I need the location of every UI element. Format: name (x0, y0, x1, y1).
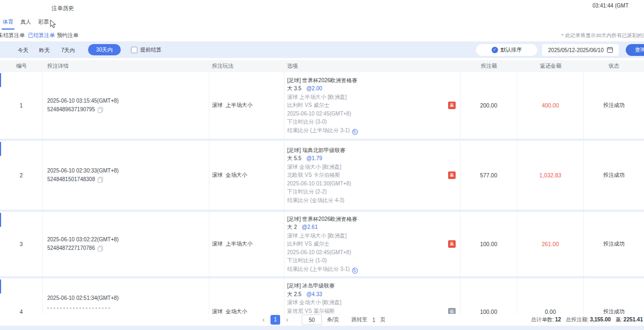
copy-icon[interactable] (98, 246, 103, 251)
copy-icon[interactable] (98, 107, 103, 112)
odds: @1.79 (306, 155, 323, 161)
tab-live-casino[interactable]: 真人 (20, 18, 31, 26)
total-stake: 总投注额:3,155.00 (566, 316, 611, 324)
bet-detail-cell: 2025-06-10 03:15:45(GMT+8) 5248489637190… (43, 72, 209, 139)
table-row: 2 2025-06-10 02:30:33(GMT+8) 52484815017… (0, 141, 644, 210)
row-number: 2 (0, 141, 43, 210)
replay-icon[interactable]: ↻ (352, 268, 358, 274)
stake-cell: 577.00 (460, 141, 517, 210)
table-row: 3 2025-06-10 03:02:22(GMT+8) 52484872271… (0, 212, 644, 276)
teams: 比利时 VS 威尔士 (287, 240, 448, 248)
default-sort-button[interactable]: ✓ 默认排序 (476, 44, 537, 56)
status-cell: 投注成功 (584, 212, 644, 276)
play-type-cell: 滚球 上半场大小 (209, 72, 284, 139)
pagination-bar: ‹ 1 › 条/页 跳转至 1 页 总计单数:12 总投注额:3,155.00 … (0, 314, 644, 326)
result-score: 结果比分 (上半场比分 3-1) (287, 266, 350, 272)
col-header-stake: 投注额 (460, 60, 517, 72)
filter-7days[interactable]: 7天内 (61, 47, 75, 54)
notice-text: 此记录将显示30天内所有已派彩的注 (565, 32, 644, 38)
search-button[interactable]: 查询 (626, 44, 644, 56)
filter-today[interactable]: 今天 (18, 47, 28, 54)
table-header: 编号 投注详情 投注玩法 选项 投注额 返还金额 状态 (0, 60, 644, 72)
table-row: 4 2025-06-10 02:51:34(GMT+8) 滚球 全场大小 [足球… (0, 278, 644, 314)
league-name: [足球] 世界杯2026欧洲资格赛 (287, 215, 448, 224)
order-id: 5248489637190795 (47, 105, 95, 114)
stake-cell: 100.00 (460, 212, 517, 276)
payout-cell: 1,032.83 (517, 141, 584, 210)
date-range-picker[interactable]: 2025/05/12-2025/06/10 (542, 44, 619, 56)
market: 滚球 全场大小 [欧洲盘] (287, 298, 448, 307)
teams: 比利时 VS 威尔士 (287, 101, 448, 110)
col-header-no: 编号 (0, 60, 43, 72)
next-page-button[interactable]: › (285, 316, 289, 324)
subtab-reserved[interactable]: 预约注单 (57, 32, 78, 39)
prev-page-button[interactable]: ‹ (261, 316, 266, 324)
bet-time: 2025-06-10 03:15:45(GMT+8) (47, 97, 209, 105)
row-number: 1 (0, 72, 43, 139)
table-body: 1 2025-06-10 03:15:45(GMT+8) 52484896371… (0, 72, 644, 314)
status-cell: 投注成功 (584, 72, 644, 139)
jump-to-label: 跳转至 (352, 316, 368, 324)
bet-score: 下注时比分 (1-0) (287, 256, 448, 265)
match-time: 2025-06-10 01:30(GMT+8) (287, 180, 448, 188)
pagination-controls: ‹ 1 › 条/页 跳转至 1 页 (261, 314, 385, 325)
teams: 北欧联 VS 卡尔伯格斯 (287, 171, 448, 180)
col-header-play: 投注玩法 (209, 60, 284, 72)
total-win: 赢:2251.41 (616, 316, 643, 324)
col-header-detail: 投注详情 (43, 60, 209, 72)
replay-icon[interactable]: ↻ (352, 129, 358, 135)
stake-cell: 100.00 (460, 278, 517, 314)
page-size-input[interactable] (302, 314, 322, 325)
row-number: 4 (0, 278, 43, 314)
odds: @2.61 (302, 224, 318, 230)
date-range-value: 2025/05/12-2025/06/10 (548, 47, 603, 53)
copy-icon[interactable] (98, 177, 103, 182)
early-settle-checkbox[interactable] (131, 47, 137, 53)
col-header-payout: 返还金额 (517, 60, 584, 72)
filter-bar: 今天 昨天 7天内 30天内 提前结算 ✓ 默认排序 2025/05/12-20… (0, 42, 644, 58)
pick: 大 2.5 (287, 291, 302, 297)
page-title: 注单历史 (52, 5, 74, 12)
play-type-cell: 滚球 上半场大小 (209, 212, 284, 276)
top-bar: 注单历史 03:41:44 (GMT (0, 0, 644, 16)
page-unit-label: 页 (380, 316, 385, 324)
win-badge: 赢 (448, 171, 456, 179)
bottom-strip (0, 326, 644, 330)
early-settle-toggle[interactable]: 提前结算 (131, 46, 162, 54)
subtab-unsettled[interactable]: 未结算注单 (0, 32, 25, 39)
option-cell: [足球] 世界杯2026欧洲资格赛 大 2@2.61 滚球 上半场大小 [欧洲盘… (284, 212, 460, 276)
order-id-clipped (47, 307, 111, 309)
subtab-settled[interactable]: 已结算注单 (28, 32, 55, 39)
market: 滚球 上半场大小 [欧洲盘] (287, 93, 448, 102)
tab-sports[interactable]: 体育 (3, 18, 13, 26)
totals-summary: 总计单数:12 总投注额:3,155.00 赢:2251.41 (531, 316, 643, 324)
option-cell: [足球] 瑞典北部甲级联赛 大 5.5@1.79 滚球 全场大小 [欧洲盘] 北… (284, 141, 460, 210)
bet-time: 2025-06-10 02:51:34(GMT+8) (47, 294, 209, 303)
market: 滚球 全场大小 [欧洲盘] (287, 163, 448, 171)
default-sort-label: 默认排序 (501, 46, 522, 54)
pick: 大 5.5 (287, 155, 302, 161)
notice-asterisk: * (561, 32, 564, 38)
per-page-label: 条/页 (327, 316, 339, 324)
lose-badge: 输 (448, 308, 456, 314)
stake-cell: 200.00 (460, 72, 517, 139)
teams: 富佐尼 VS 塞尔福斯 (287, 307, 448, 314)
status-cell: 投注成功 (584, 278, 644, 314)
bet-detail-cell: 2025-06-10 02:30:33(GMT+8) 5248481501748… (43, 141, 209, 210)
win-badge: 赢 (448, 240, 456, 248)
league-name: [足球] 世界杯2026欧洲资格赛 (287, 76, 448, 85)
order-id: 5248481501748308 (47, 175, 95, 184)
tab-lottery[interactable]: 彩票 (38, 18, 49, 26)
bet-detail-cell: 2025-06-10 03:02:22(GMT+8) 5248487227170… (43, 212, 209, 276)
category-tabs: 体育 真人 彩票 (0, 16, 644, 28)
total-count: 总计单数:12 (531, 316, 561, 324)
filter-30days[interactable]: 30天内 (88, 44, 121, 55)
result-score: 结果比分 (上半场比分 3-1) (287, 127, 350, 133)
bet-score: 下注时比分 (3-0) (287, 118, 448, 126)
filter-yesterday[interactable]: 昨天 (39, 47, 50, 54)
odds: @2.00 (306, 85, 323, 91)
bet-detail-cell: 2025-06-10 02:51:34(GMT+8) (43, 278, 209, 314)
page-1-button[interactable]: 1 (270, 315, 280, 325)
play-type-cell: 滚球 全场大小 (209, 278, 284, 314)
payout-cell: 400.00 (517, 72, 584, 139)
